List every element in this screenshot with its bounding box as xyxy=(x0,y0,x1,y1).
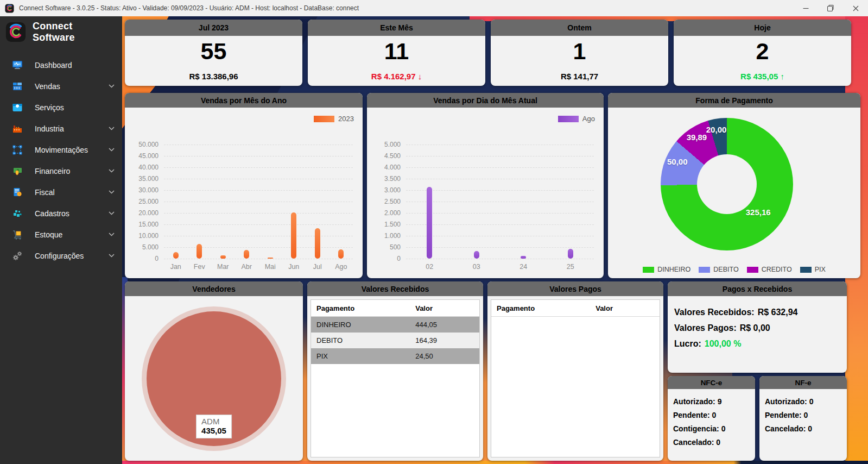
sidebar-item-label: Cadastros xyxy=(35,209,69,218)
donut-data-label: 20,00 xyxy=(706,124,727,134)
minimize-button[interactable] xyxy=(793,0,818,16)
stat-card-header: Ontem xyxy=(491,20,668,36)
y-axis-tick: 2.500 xyxy=(372,198,401,205)
y-axis-tick: 4.000 xyxy=(372,164,401,171)
sales-by-month-panel: Vendas por Mês do Ano 202350.00045.00040… xyxy=(125,93,363,278)
sidebar-item-vendas[interactable]: Vendas xyxy=(0,76,122,97)
panel-header: NFC-e xyxy=(668,376,755,389)
chevron-down-icon xyxy=(109,211,115,215)
x-axis-tick: Jun xyxy=(288,263,299,271)
table-row[interactable]: DINHEIRO444,05 xyxy=(311,317,479,333)
legend-item: PIX xyxy=(800,266,826,273)
stat-card-title: Este Mês xyxy=(380,23,413,32)
donut-data-label: 325,16 xyxy=(746,208,771,217)
sidebar-item-label: Configurações xyxy=(35,252,84,260)
bar xyxy=(427,187,432,259)
legend-label: CREDITO xyxy=(762,266,792,273)
summary-line: Lucro:100,00 % xyxy=(674,339,840,349)
registers-icon xyxy=(12,208,23,219)
sidebar-item-industria[interactable]: Industria xyxy=(0,118,122,139)
panel-header: Vendas por Dia do Mês Atual xyxy=(367,93,604,108)
status-line: Autorizado: 0 xyxy=(765,397,841,406)
status-line: Autorizado: 9 xyxy=(673,397,750,406)
chevron-down-icon xyxy=(109,190,115,194)
sidebar-item-movimentacoes[interactable]: Movimentações xyxy=(0,139,122,160)
y-axis-tick: 0 xyxy=(372,255,401,262)
sidebar-item-servicos[interactable]: Serviços xyxy=(0,97,122,118)
y-axis-tick: 1.000 xyxy=(372,232,401,240)
stat-card-count: 2 xyxy=(674,40,851,63)
sidebar-item-financeiro[interactable]: Financeiro xyxy=(0,160,122,181)
gridline xyxy=(164,167,353,168)
legend-label: DEBITO xyxy=(713,266,738,273)
nfce-panel: NFC-e Autorizado: 9Pendente: 0Contigenci… xyxy=(668,376,755,461)
column-header: Valor xyxy=(415,304,479,312)
paid-vs-received-panel: Pagos x Recebidos Valores Recebidos:R$ 6… xyxy=(668,281,847,373)
fiscal-icon xyxy=(12,187,23,198)
x-axis-tick: Ago xyxy=(335,263,347,271)
gridline xyxy=(164,202,353,202)
sidebar-item-cadastros[interactable]: Cadastros xyxy=(0,203,122,224)
table-header: Pagamento Valor xyxy=(311,300,479,317)
panel-title: Forma de Pagamento xyxy=(695,96,772,105)
seller-data-label: ADM 435,05 xyxy=(196,415,232,438)
gridline xyxy=(406,179,594,179)
legend-label: PIX xyxy=(815,266,826,273)
table-row[interactable]: PIX24,50 xyxy=(311,348,479,364)
connect-logo-icon xyxy=(5,22,26,42)
sidebar-item-dashboard[interactable]: Dashboard xyxy=(0,54,122,76)
sidebar-item-fiscal[interactable]: Fiscal xyxy=(0,181,122,203)
stat-card-title: Hoje xyxy=(754,23,770,32)
sidebar-item-label: Vendas xyxy=(35,82,60,91)
dashboard-icon xyxy=(12,60,23,71)
table-row[interactable]: DEBITO164,39 xyxy=(311,333,479,348)
panel-title: Valores Recebidos xyxy=(362,285,429,293)
legend-swatch xyxy=(558,116,579,122)
sales-by-day-chart: Ago5.0004.5004.0003.5003.0002.5002.0001.… xyxy=(367,108,604,278)
cell-pagamento: DEBITO xyxy=(311,336,415,344)
bar xyxy=(197,244,202,259)
legend-swatch xyxy=(643,267,654,273)
stat-card-header: Este Mês xyxy=(308,20,485,36)
y-axis-tick: 1.500 xyxy=(372,221,401,228)
chart-legend: Ago xyxy=(558,115,595,123)
sidebar-item-label: Financeiro xyxy=(35,167,70,175)
stat-card-title: Ontem xyxy=(567,23,591,32)
panel-header: Vendas por Mês do Ano xyxy=(125,93,363,108)
summary-value: R$ 0,00 xyxy=(740,323,770,333)
payment-method-donut: 325,1650,0039,8920,00 xyxy=(608,108,860,254)
panel-header: Vendedores xyxy=(125,281,303,296)
y-axis-tick: 50.000 xyxy=(130,141,159,148)
paid-values-panel: Valores Pagos Pagamento Valor xyxy=(487,281,663,461)
cell-pagamento: DINHEIRO xyxy=(311,321,415,329)
x-axis-tick: Jan xyxy=(170,263,181,271)
gridline xyxy=(406,156,594,156)
stat-card-count: 11 xyxy=(308,40,485,63)
y-axis-tick: 3.500 xyxy=(372,175,401,183)
column-header: Pagamento xyxy=(311,304,415,312)
sales-by-day-panel: Vendas por Dia do Mês Atual Ago5.0004.50… xyxy=(367,93,604,278)
y-axis-tick: 10.000 xyxy=(130,232,159,240)
panel-header: Forma de Pagamento xyxy=(608,93,860,108)
sales-icon xyxy=(12,81,23,92)
restore-button[interactable] xyxy=(818,0,843,16)
x-axis-tick: Abr xyxy=(242,263,252,271)
gridline xyxy=(406,247,594,248)
chevron-down-icon xyxy=(109,127,115,130)
chevron-down-icon xyxy=(109,233,115,236)
sidebar-item-label: Movimentações xyxy=(35,146,88,154)
close-button[interactable] xyxy=(843,0,868,16)
y-axis-tick: 40.000 xyxy=(130,164,159,171)
status-line: Cancelado: 0 xyxy=(765,424,841,433)
sidebar-item-label: Industria xyxy=(35,124,64,133)
x-axis-tick: Fev xyxy=(194,263,205,271)
y-axis-tick: 5.000 xyxy=(130,243,159,251)
sidebar-item-label: Serviços xyxy=(35,103,64,112)
sidebar-item-estoque[interactable]: Estoque xyxy=(0,224,122,245)
y-axis-tick: 500 xyxy=(372,243,401,251)
gridline xyxy=(406,224,594,225)
brand: Connect Software xyxy=(0,16,122,47)
stat-card-header: Hoje xyxy=(674,20,851,36)
summary-line: Valores Pagos:R$ 0,00 xyxy=(674,323,840,333)
sidebar-item-configuracoes[interactable]: Configurações xyxy=(0,245,122,266)
